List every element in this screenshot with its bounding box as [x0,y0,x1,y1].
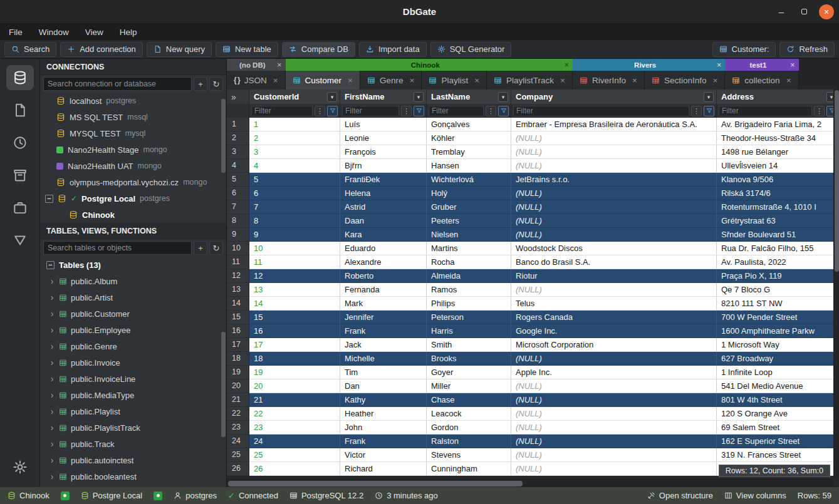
table-public-playlist[interactable]: ›public.Playlist [40,403,226,419]
row-number[interactable]: 5 [227,173,249,187]
row-number[interactable]: 19 [227,366,249,379]
close-button[interactable]: × [819,4,834,19]
row-number[interactable]: 12 [227,269,249,283]
cell-lastname[interactable]: Goyer [427,366,511,379]
tab-playlisttrack[interactable]: PlaylistTrack× [487,71,573,90]
table-row[interactable]: 2424FrankRalston(NULL)162 E Superior Str… [227,435,839,448]
cell-address[interactable]: 627 Broadway [717,352,839,366]
cell-firstname[interactable]: Eduardo [340,242,427,255]
db-band-chinook[interactable]: Chinook× [286,59,573,71]
cell-address[interactable]: Sřnder Boulevard 51 [717,228,839,242]
filter-menu-icon[interactable]: ⋮ [315,106,325,116]
status-connected[interactable]: ✓Connected [228,491,278,500]
cell-company[interactable]: Embraer - Empresa Brasileira de Aeronáut… [511,118,717,131]
cell-company[interactable]: Microsoft Corporation [511,338,717,352]
cell-address[interactable]: 120 S Orange Ave [717,407,839,421]
add-connection-button[interactable]: Add connection [60,42,143,57]
cell-lastname[interactable]: Brooks [427,352,511,366]
status-view-columns[interactable]: View columns [724,491,786,500]
cell-address[interactable]: 69 Salem Street [717,421,839,435]
column-header-company[interactable]: Company▾ [511,90,717,104]
close-icon[interactable]: × [410,76,415,85]
status-postgresql-12-2[interactable]: PostgreSQL 12.2 [289,491,363,500]
table-row[interactable]: 2525VictorStevens(NULL)319 N. Frances St… [227,448,839,462]
tab-playlist[interactable]: Playlist× [422,71,487,90]
cell-company[interactable]: Apple Inc. [511,366,717,379]
compare-db-button[interactable]: Compare DB [282,42,355,57]
cell-customerid[interactable]: 25 [249,448,340,462]
refresh-tables-icon[interactable]: ↻ [209,241,223,255]
table-row[interactable]: 66HelenaHolý(NULL)Rilská 3174/6 [227,187,839,200]
table-public-artist[interactable]: ›public.Artist [40,289,226,306]
close-icon[interactable]: × [560,76,565,85]
cell-company[interactable]: (NULL) [511,393,717,407]
cell-customerid[interactable]: 18 [249,352,340,366]
column-header-customerid[interactable]: CustomerId▾ [249,90,340,104]
chevron-down-icon[interactable]: ▾ [414,92,424,102]
customer-button[interactable]: Customer: [712,42,776,57]
cell-company[interactable]: Banco do Brasil S.A. [511,255,717,269]
cell-firstname[interactable]: Fernanda [340,283,427,297]
cell-customerid[interactable]: 11 [249,255,340,269]
new-query-button[interactable]: New query [147,42,212,57]
row-number[interactable]: 20 [227,379,249,393]
connection-olympus-medportal-vychozi-cz[interactable]: olympus-medportal.vychozi.czmongo [40,174,226,190]
cell-lastname[interactable]: Leacock [427,407,511,421]
table-public-mediatype[interactable]: ›public.MediaType [40,387,226,403]
chevron-right-icon[interactable]: › [49,341,55,351]
table-row[interactable]: 88DaanPeeters(NULL)Grétrystraat 63 [227,214,839,228]
cell-address[interactable]: 1 Microsoft Way [717,338,839,352]
cell-lastname[interactable]: Rocha [427,255,511,269]
table-public-employee[interactable]: ›public.Employee [40,322,226,338]
table-row[interactable]: 77AstridGruber(NULL)Rotenturmstraße 4, 1… [227,200,839,214]
cell-customerid[interactable]: 16 [249,324,340,338]
chevron-right-icon[interactable]: › [49,357,55,368]
chevron-right-icon[interactable]: › [49,439,55,449]
cell-address[interactable]: 8210 111 ST NW [717,297,839,311]
table-public-genre[interactable]: ›public.Genre [40,338,226,354]
row-number[interactable]: 24 [227,435,249,448]
chevron-down-icon[interactable]: ▾ [327,92,337,102]
maximize-button[interactable] [796,4,811,19]
filter-input-firstname[interactable] [342,106,399,116]
vertical-scrollbar-thumb[interactable] [835,90,839,272]
filter-menu-icon[interactable]: ⋮ [401,106,412,116]
row-number[interactable]: 3 [227,145,249,159]
sql-generator-button[interactable]: SQL Generator [430,42,512,57]
cell-lastname[interactable]: Chase [427,393,511,407]
connection-nano2health-uat[interactable]: Nano2Health UATmongo [40,158,226,174]
table-search-input[interactable] [43,241,192,255]
cell-lastname[interactable]: Smith [427,338,511,352]
cell-address[interactable]: 1600 Amphitheatre Parkw [717,324,839,338]
import-data-button[interactable]: Import data [359,42,427,57]
table-row[interactable]: 33FrançoisTremblay(NULL)1498 rue Bélange… [227,145,839,159]
menu-view[interactable]: View [85,28,103,37]
rail-history-button[interactable] [6,130,34,155]
rail-connections-button[interactable] [6,65,34,90]
row-number[interactable]: 6 [227,187,249,200]
cell-lastname[interactable]: Gonçalves [427,118,511,131]
row-number[interactable]: 10 [227,242,249,255]
close-icon[interactable]: × [474,76,479,85]
filter-menu-icon[interactable]: ⋮ [691,106,702,116]
row-number[interactable]: 4 [227,159,249,173]
table-row[interactable]: 1616FrankHarrisGoogle Inc.1600 Amphithea… [227,324,839,338]
cell-firstname[interactable]: Mark [340,297,427,311]
column-header-lastname[interactable]: LastName▾ [427,90,511,104]
row-number[interactable]: 23 [227,421,249,435]
cell-customerid[interactable]: 13 [249,283,340,297]
close-icon[interactable]: × [277,60,282,69]
cell-address[interactable]: 1498 rue Bélanger [717,145,839,159]
status-chinook[interactable]: Chinook [8,491,50,500]
cell-address[interactable]: Praça Pio X, 119 [717,269,839,283]
cell-company[interactable]: (NULL) [511,159,717,173]
table-row[interactable]: 2121KathyChase(NULL)801 W 4th Street [227,393,839,407]
cell-company[interactable]: Google Inc. [511,324,717,338]
connection-nano2health-stage[interactable]: Nano2Health Stagemongo [40,141,226,158]
search-button[interactable]: Search [4,42,56,57]
chevron-right-icon[interactable]: › [49,471,55,481]
cell-firstname[interactable]: Bjřrn [340,159,427,173]
cell-customerid[interactable]: 5 [249,173,340,187]
new-table-button[interactable]: New table [216,42,278,57]
cell-firstname[interactable]: FrantiĐek [340,173,427,187]
